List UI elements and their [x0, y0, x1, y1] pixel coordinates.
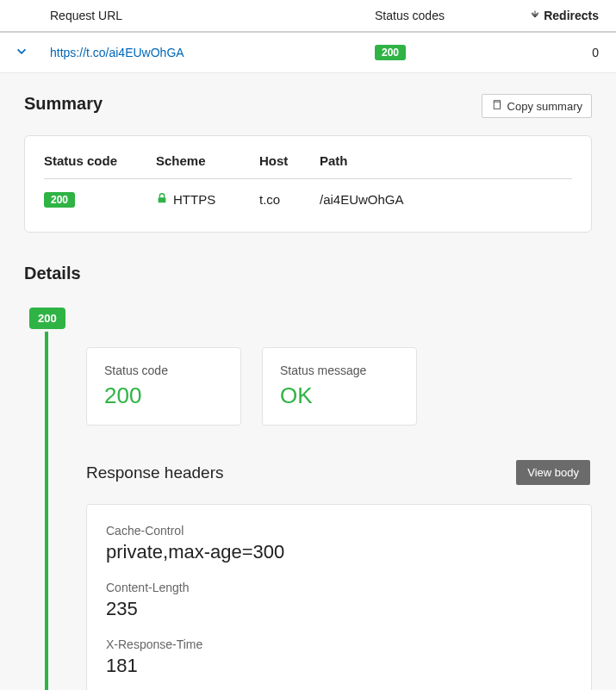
summary-scheme-value: HTTPS — [173, 192, 215, 207]
timeline-line — [45, 332, 48, 690]
status-message-label: Status message — [280, 364, 399, 377]
status-code-label: Status code — [104, 364, 223, 377]
status-code-card: Status code 200 — [86, 347, 241, 426]
summary-card: Status code Scheme Host Path 200 HTTPS t… — [24, 135, 592, 233]
copy-icon — [491, 99, 502, 113]
header-item: Cache-Control private,max-age=300 — [106, 524, 572, 563]
header-label: Content-Length — [106, 581, 572, 594]
header-item: Content-Length 235 — [106, 581, 572, 620]
details-title: Details — [24, 264, 592, 283]
summary-host-value: t.co — [259, 192, 320, 207]
summary-path-value: /ai4EUwOhGA — [320, 192, 572, 207]
timeline-status-badge: 200 — [29, 308, 65, 329]
header-value: 235 — [106, 598, 572, 620]
header-value: private,max-age=300 — [106, 541, 572, 563]
header-value: 181 — [106, 655, 572, 677]
summary-head-status: Status code — [44, 153, 156, 168]
col-request-url[interactable]: Request URL — [43, 9, 375, 22]
table-header: Request URL Status codes Redirects — [0, 0, 616, 33]
request-url-link[interactable]: https://t.co/ai4EUwOhGA — [50, 46, 184, 59]
expand-toggle[interactable] — [0, 46, 43, 60]
summary-head-host: Host — [259, 153, 320, 168]
summary-head-path: Path — [320, 153, 572, 168]
col-redirects[interactable]: Redirects — [521, 9, 616, 22]
sort-down-icon — [530, 9, 540, 22]
col-redirects-label: Redirects — [544, 9, 599, 22]
response-headers-card: Cache-Control private,max-age=300 Conten… — [86, 504, 592, 690]
summary-title: Summary — [24, 94, 103, 114]
status-message-card: Status message OK — [262, 347, 417, 426]
svg-rect-1 — [494, 102, 500, 109]
redirects-value: 0 — [521, 46, 616, 59]
status-code-value: 200 — [104, 382, 223, 409]
copy-summary-button[interactable]: Copy summary — [482, 94, 592, 118]
view-body-button[interactable]: View body — [516, 460, 590, 485]
header-label: X-Response-Time — [106, 637, 572, 651]
header-item: X-Response-Time 181 — [106, 637, 572, 677]
status-message-value: OK — [280, 382, 399, 409]
col-status-codes[interactable]: Status codes — [375, 9, 521, 22]
copy-summary-label: Copy summary — [507, 100, 582, 113]
response-headers-title: Response headers — [86, 463, 224, 482]
lock-icon — [156, 192, 168, 207]
summary-status-badge: 200 — [44, 192, 75, 208]
header-label: Cache-Control — [106, 524, 572, 538]
table-row[interactable]: https://t.co/ai4EUwOhGA 200 0 — [0, 33, 616, 73]
svg-rect-2 — [159, 197, 166, 202]
summary-head-scheme: Scheme — [156, 153, 259, 168]
status-badge: 200 — [375, 45, 406, 60]
